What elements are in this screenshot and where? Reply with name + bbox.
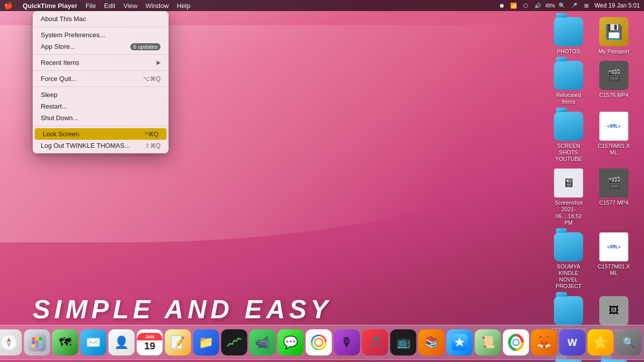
desktop-icons-container: PHOTOS 💾 My Passport Relocated Items 🎬 [548, 15, 634, 362]
menu-separator-3 [33, 70, 169, 71]
dock-item-wizer[interactable]: W [559, 329, 586, 355]
menu-item-recent-items[interactable]: Recent Items ▶ [33, 57, 169, 68]
svg-point-17 [39, 341, 42, 344]
svg-point-27 [514, 340, 519, 345]
log-out-shortcut: ⇧⌘Q [145, 142, 160, 149]
bluetooth-icon[interactable]: ⬡ [522, 2, 530, 9]
wifi-icon[interactable]: 📶 [510, 2, 518, 9]
svg-point-13 [35, 337, 39, 341]
menu-separator-2 [33, 54, 169, 55]
record-icon: ⏺ [498, 2, 506, 9]
svg-point-16 [35, 341, 39, 344]
dock-item-messages[interactable]: 💬 [278, 329, 304, 355]
dock: 🗺 ✉️ 👤 JAN 19 📝 📁 📹 💬 🎙 🎵 📺 📚 [0, 325, 644, 360]
force-quit-shortcut: ⌥⌘Q [143, 75, 160, 82]
menu-separator-4 [33, 86, 169, 87]
dock-item-reminders[interactable]: 📁 [193, 329, 219, 355]
desktop-icon-c1577mp4[interactable]: 🎬 C1577.MP4 [594, 166, 634, 228]
dock-item-facetime[interactable]: 📹 [250, 329, 276, 355]
menu-separator-1 [33, 27, 169, 27]
dock-item-star[interactable]: ⭐ [588, 329, 614, 355]
icon-label-c1576xml: C1576M01.XML [596, 143, 632, 156]
icon-label-photos: PHOTOS [557, 48, 580, 55]
active-app-name[interactable]: QuickTime Player [23, 2, 77, 10]
svg-point-18 [32, 344, 35, 348]
menu-item-force-quit[interactable]: Force Quit... ⌥⌘Q [33, 73, 169, 84]
desktop-icon-screenshot-file[interactable]: 🖥 Screenshot 2021-06-...18.52 PM [548, 166, 589, 228]
dock-item-maps[interactable]: 🗺 [52, 329, 78, 355]
menubar-file[interactable]: File [86, 2, 96, 10]
volume-icon[interactable]: 🔊 [534, 2, 542, 9]
icon-label-c1577mp4: C1577.MP4 [599, 200, 628, 206]
menu-item-restart[interactable]: Restart... [33, 101, 169, 112]
dock-item-notes[interactable]: 📝 [165, 329, 191, 355]
control-center-icon[interactable]: ⊞ [582, 2, 590, 9]
dock-item-photos-dock[interactable] [306, 329, 332, 355]
desktop-icon-photos[interactable]: PHOTOS [548, 15, 589, 57]
dock-item-mail[interactable]: ✉️ [80, 329, 107, 355]
apple-menu-button[interactable]: 🍎 [4, 2, 13, 10]
menubar-edit[interactable]: Edit [104, 2, 115, 10]
menu-item-about[interactable]: About This Mac [33, 13, 169, 25]
menubar-view[interactable]: View [123, 2, 137, 10]
menubar: 🍎 QuickTime Player File Edit View Window… [0, 0, 644, 11]
submenu-arrow-icon: ▶ [156, 59, 160, 66]
lock-screen-shortcut: ^⌘Q [145, 131, 158, 138]
app-store-badge: 6 updates [130, 43, 160, 50]
menu-separator-5 [33, 126, 169, 126]
menubar-datetime: Wed 19 Jan 5:01 [594, 2, 640, 9]
siri-icon[interactable]: 🎤 [570, 2, 578, 9]
dock-item-podcasts[interactable]: 🎙 [334, 329, 360, 355]
dock-item-books[interactable]: 📚 [419, 329, 445, 355]
dock-item-calendar[interactable]: JAN 19 [137, 329, 163, 355]
menu-item-sleep[interactable]: Sleep [33, 89, 169, 101]
dock-item-contacts[interactable]: 👤 [109, 329, 135, 355]
menu-item-system-prefs[interactable]: System Preferences... [33, 29, 169, 41]
apple-menu-dropdown: About This Mac System Preferences... App… [33, 11, 169, 153]
dock-item-appstore[interactable] [447, 329, 473, 355]
icon-label-soumya: SOUMYA KINDLE NOVEL PROJECT [550, 263, 587, 290]
desktop-icon-relocated[interactable]: Relocated Items [548, 59, 589, 107]
desktop: 🍎 QuickTime Player File Edit View Window… [0, 0, 644, 362]
svg-rect-21 [225, 333, 244, 351]
menubar-window[interactable]: Window [145, 2, 169, 10]
icon-label-c1577xml: C1577M01.XML [596, 263, 632, 277]
icon-label-passport: My Passport [598, 48, 629, 55]
menubar-help[interactable]: Help [177, 2, 190, 10]
menu-item-lock-screen[interactable]: Lock Screen ^⌘Q [35, 128, 167, 140]
svg-point-15 [32, 341, 35, 344]
dock-item-stocks[interactable] [221, 329, 248, 355]
dock-item-scripteditor[interactable]: 📜 [475, 329, 501, 355]
menu-item-shut-down[interactable]: Shut Down... [33, 112, 169, 124]
desktop-icon-soumya-kindle[interactable]: SOUMYA KINDLE NOVEL PROJECT [548, 230, 589, 292]
svg-point-20 [39, 344, 42, 348]
desktop-icon-passport[interactable]: 💾 My Passport [594, 15, 634, 57]
icon-label-c1576mp4: C1576.MP4 [599, 92, 628, 99]
desktop-icon-c1576xml[interactable]: <XML> C1576M01.XML [594, 110, 634, 165]
search-icon[interactable]: 🔍 [558, 2, 566, 9]
svg-point-14 [39, 337, 42, 341]
dock-item-music[interactable]: 🎵 [362, 329, 388, 355]
icon-label-screenshots: SCREEN SHOTS YOUTUBE [550, 143, 587, 163]
menu-item-app-store[interactable]: App Store... 6 updates [33, 41, 169, 52]
battery-icon: 49% [546, 2, 554, 9]
desktop-icon-screenshots[interactable]: SCREEN SHOTS YOUTUBE [548, 110, 589, 165]
menu-item-log-out[interactable]: Log Out TWINKLE THOMAS... ⇧⌘Q [33, 140, 169, 151]
dock-item-safari[interactable] [0, 329, 22, 355]
dock-item-firefox[interactable]: 🦊 [531, 329, 557, 355]
dock-item-chrome[interactable] [503, 329, 529, 355]
bottom-text: SIMPLE AND EASY [33, 294, 332, 324]
desktop-icon-c1576mp4[interactable]: 🎬 C1576.MP4 [594, 59, 634, 107]
dock-item-spotlight[interactable]: 🔍 [616, 329, 642, 355]
icon-label-screenshot: Screenshot 2021-06-...18.52 PM [550, 200, 587, 226]
svg-point-19 [35, 344, 39, 348]
dock-item-launchpad[interactable] [24, 329, 50, 355]
svg-point-12 [32, 337, 35, 341]
dock-item-appletv[interactable]: 📺 [390, 329, 417, 355]
desktop-icon-c1577xml[interactable]: <XML> C1577M01.XML [594, 230, 634, 292]
icon-label-relocated: Relocated Items [550, 92, 587, 105]
